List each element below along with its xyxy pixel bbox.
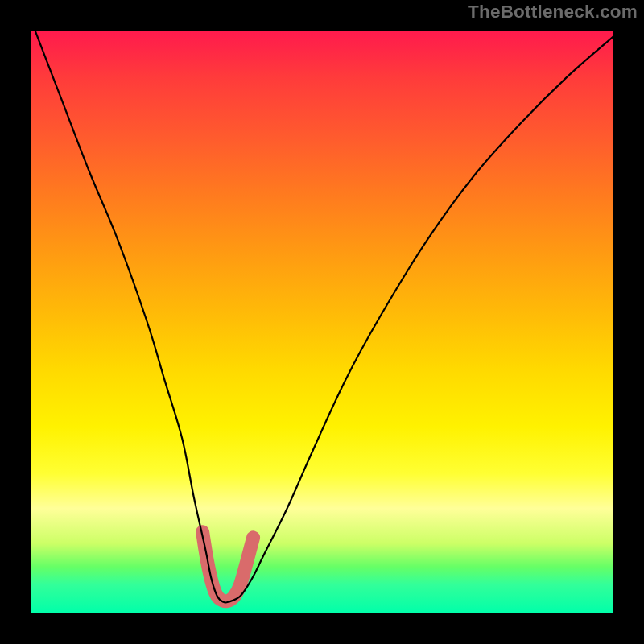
chart-stage: TheBottleneck.com [0, 0, 644, 644]
watermark-text: TheBottleneck.com [468, 2, 638, 23]
chart-svg [31, 31, 613, 613]
plot-area [31, 31, 613, 613]
optimal-zone-marker [203, 532, 254, 601]
bottleneck-curve [31, 31, 613, 602]
